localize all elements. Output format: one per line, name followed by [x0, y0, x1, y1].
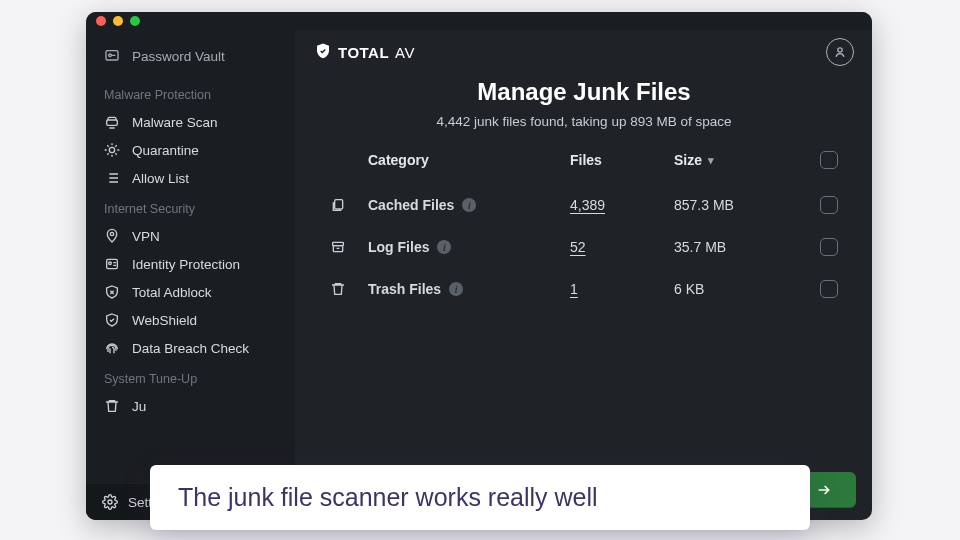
- gear-icon: [102, 494, 118, 510]
- svg-rect-9: [335, 200, 343, 209]
- topbar: TOTALAV: [296, 30, 872, 74]
- sidebar-item-vpn[interactable]: VPN: [86, 222, 295, 250]
- sidebar-item-identity[interactable]: Identity Protection: [86, 250, 295, 278]
- window-maximize-button[interactable]: [130, 16, 140, 26]
- list-icon: [104, 170, 120, 186]
- info-icon[interactable]: i: [462, 198, 476, 212]
- sidebar-item-label: Password Vault: [132, 49, 225, 64]
- brand-logo: TOTALAV: [314, 42, 415, 63]
- sidebar-item-allow-list[interactable]: Allow List: [86, 164, 295, 192]
- row-category: Log Files: [368, 239, 429, 255]
- user-icon: [832, 44, 848, 60]
- junk-table: Category Files Size ▾ Cached Files i 4,3…: [296, 151, 872, 310]
- sidebar-item-label: Total Adblock: [132, 285, 212, 300]
- shield-check-icon: [104, 312, 120, 328]
- sidebar-item-malware-scan[interactable]: Malware Scan: [86, 108, 295, 136]
- arrow-right-icon: [813, 482, 835, 498]
- sidebar-item-webshield[interactable]: WebShield: [86, 306, 295, 334]
- svg-rect-2: [107, 120, 118, 125]
- sidebar-section-tuneup: System Tune-Up: [86, 362, 295, 392]
- col-size[interactable]: Size ▾: [674, 152, 794, 168]
- id-shield-icon: [104, 256, 120, 272]
- caption-text: The junk file scanner works really well: [178, 483, 598, 511]
- window-close-button[interactable]: [96, 16, 106, 26]
- trash-icon: [104, 398, 120, 414]
- sidebar-item-junk[interactable]: Ju: [86, 392, 295, 420]
- shield-x-icon: [104, 284, 120, 300]
- col-category: Category: [368, 152, 566, 168]
- row-category: Trash Files: [368, 281, 441, 297]
- brand-text-thin: AV: [395, 44, 415, 61]
- main-panel: TOTALAV Manage Junk Files 4,442 junk fil…: [296, 30, 872, 520]
- app-body: Password Vault Malware Protection Malwar…: [86, 30, 872, 520]
- row-size: 857.3 MB: [674, 197, 794, 213]
- chevron-down-icon: ▾: [708, 154, 714, 167]
- sidebar-item-label: Allow List: [132, 171, 189, 186]
- vault-icon: [104, 48, 120, 64]
- sidebar-item-label: Ju: [132, 399, 146, 414]
- app-window: Password Vault Malware Protection Malwar…: [86, 12, 872, 520]
- table-row: Cached Files i 4,389 857.3 MB: [330, 184, 838, 226]
- sidebar-section-malware: Malware Protection: [86, 78, 295, 108]
- sidebar-item-breach-check[interactable]: Data Breach Check: [86, 334, 295, 362]
- sidebar-item-quarantine[interactable]: Quarantine: [86, 136, 295, 164]
- fingerprint-icon: [104, 340, 120, 356]
- svg-point-7: [108, 500, 112, 504]
- sidebar-section-internet: Internet Security: [86, 192, 295, 222]
- window-titlebar: [86, 12, 872, 30]
- col-size-label: Size: [674, 152, 702, 168]
- row-checkbox[interactable]: [820, 196, 838, 214]
- row-files-link[interactable]: 52: [570, 239, 670, 255]
- sidebar-item-label: WebShield: [132, 313, 197, 328]
- page-title: Manage Junk Files: [296, 78, 872, 106]
- row-size: 6 KB: [674, 281, 794, 297]
- row-files-link[interactable]: 1: [570, 281, 670, 297]
- brand-text-bold: TOTAL: [338, 44, 389, 61]
- row-category: Cached Files: [368, 197, 454, 213]
- trash-icon: [330, 281, 350, 297]
- sidebar-item-adblock[interactable]: Total Adblock: [86, 278, 295, 306]
- svg-point-6: [109, 262, 112, 265]
- info-icon[interactable]: i: [449, 282, 463, 296]
- row-files-link[interactable]: 4,389: [570, 197, 670, 213]
- row-size: 35.7 MB: [674, 239, 794, 255]
- row-checkbox[interactable]: [820, 280, 838, 298]
- table-header: Category Files Size ▾: [330, 151, 838, 184]
- sidebar-footer-label: Sett: [128, 495, 152, 510]
- window-minimize-button[interactable]: [113, 16, 123, 26]
- caption-overlay: The junk file scanner works really well: [150, 465, 810, 530]
- info-icon[interactable]: i: [437, 240, 451, 254]
- svg-point-3: [109, 147, 114, 152]
- svg-point-1: [109, 54, 112, 57]
- bug-icon: [104, 142, 120, 158]
- profile-button[interactable]: [826, 38, 854, 66]
- sidebar-item-label: Quarantine: [132, 143, 199, 158]
- svg-point-8: [838, 48, 842, 52]
- sidebar-item-label: VPN: [132, 229, 160, 244]
- select-all-checkbox[interactable]: [820, 151, 838, 169]
- sidebar-item-label: Malware Scan: [132, 115, 218, 130]
- stack-icon: [330, 197, 350, 213]
- col-files: Files: [570, 152, 670, 168]
- svg-point-4: [110, 232, 113, 235]
- shield-logo-icon: [314, 42, 332, 63]
- sidebar-item-label: Identity Protection: [132, 257, 240, 272]
- page-subtitle: 4,442 junk files found, taking up 893 MB…: [296, 114, 872, 129]
- location-pin-icon: [104, 228, 120, 244]
- table-row: Trash Files i 1 6 KB: [330, 268, 838, 310]
- table-row: Log Files i 52 35.7 MB: [330, 226, 838, 268]
- scan-icon: [104, 114, 120, 130]
- archive-icon: [330, 239, 350, 255]
- row-checkbox[interactable]: [820, 238, 838, 256]
- sidebar-item-password-vault[interactable]: Password Vault: [86, 42, 295, 78]
- sidebar: Password Vault Malware Protection Malwar…: [86, 30, 296, 520]
- sidebar-item-label: Data Breach Check: [132, 341, 249, 356]
